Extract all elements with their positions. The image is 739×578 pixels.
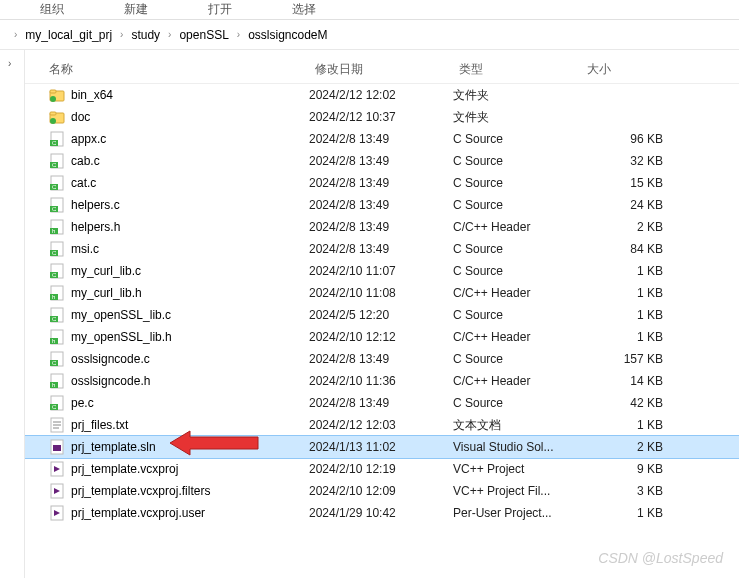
chevron-right-icon[interactable]: › bbox=[10, 29, 21, 40]
breadcrumb[interactable]: › my_local_git_prj › study › openSSL › o… bbox=[0, 20, 739, 50]
breadcrumb-seg[interactable]: openSSL bbox=[175, 25, 232, 45]
file-row[interactable]: hmy_openSSL_lib.h2024/2/10 12:12C/C++ He… bbox=[25, 326, 739, 348]
file-row[interactable]: Cosslsigncode.c2024/2/8 13:49C Source157… bbox=[25, 348, 739, 370]
file-type: C Source bbox=[453, 264, 581, 278]
file-name: helpers.h bbox=[71, 220, 120, 234]
file-name: prj_template.vcxproj.filters bbox=[71, 484, 210, 498]
column-headers[interactable]: 名称 修改日期 类型 大小 bbox=[25, 56, 739, 84]
header-name[interactable]: 名称 bbox=[49, 61, 315, 78]
file-size: 2 KB bbox=[581, 440, 671, 454]
file-date: 2024/2/12 12:03 bbox=[309, 418, 453, 432]
file-row[interactable]: Chelpers.c2024/2/8 13:49C Source24 KB bbox=[25, 194, 739, 216]
file-date: 2024/1/13 11:02 bbox=[309, 440, 453, 454]
file-date: 2024/2/8 13:49 bbox=[309, 198, 453, 212]
toolbar-new[interactable]: 新建 bbox=[124, 1, 148, 18]
sln-icon bbox=[49, 439, 65, 455]
file-size: 15 KB bbox=[581, 176, 671, 190]
toolbar: 组织 新建 打开 选择 bbox=[0, 0, 739, 20]
file-row[interactable]: hmy_curl_lib.h2024/2/10 11:08C/C++ Heade… bbox=[25, 282, 739, 304]
file-date: 2024/2/8 13:49 bbox=[309, 242, 453, 256]
svg-rect-4 bbox=[50, 112, 56, 115]
chevron-right-icon[interactable]: › bbox=[8, 58, 11, 69]
toolbar-org[interactable]: 组织 bbox=[40, 1, 64, 18]
svg-text:C: C bbox=[52, 206, 57, 212]
file-date: 2024/2/8 13:49 bbox=[309, 396, 453, 410]
file-name: my_openSSL_lib.c bbox=[71, 308, 171, 322]
file-type: Visual Studio Sol... bbox=[453, 440, 581, 454]
chevron-right-icon[interactable]: › bbox=[116, 29, 127, 40]
file-size: 14 KB bbox=[581, 374, 671, 388]
file-row[interactable]: Cmsi.c2024/2/8 13:49C Source84 KB bbox=[25, 238, 739, 260]
svg-text:h: h bbox=[52, 294, 55, 300]
file-type: VC++ Project bbox=[453, 462, 581, 476]
file-type: C Source bbox=[453, 308, 581, 322]
nav-tree-pane[interactable]: › bbox=[0, 50, 25, 578]
c-icon: C bbox=[49, 241, 65, 257]
file-date: 2024/2/10 12:12 bbox=[309, 330, 453, 344]
file-row[interactable]: prj_template.vcxproj2024/2/10 12:19VC++ … bbox=[25, 458, 739, 480]
file-date: 2024/2/10 11:07 bbox=[309, 264, 453, 278]
file-type: 文件夹 bbox=[453, 87, 581, 104]
file-size: 1 KB bbox=[581, 506, 671, 520]
c-icon: C bbox=[49, 395, 65, 411]
file-row[interactable]: Cpe.c2024/2/8 13:49C Source42 KB bbox=[25, 392, 739, 414]
breadcrumb-seg[interactable]: osslsigncodeM bbox=[244, 25, 331, 45]
svg-text:h: h bbox=[52, 338, 55, 344]
header-type[interactable]: 类型 bbox=[459, 61, 587, 78]
svg-text:C: C bbox=[52, 184, 57, 190]
file-size: 1 KB bbox=[581, 286, 671, 300]
file-row[interactable]: prj_template.vcxproj.filters2024/2/10 12… bbox=[25, 480, 739, 502]
toolbar-select[interactable]: 选择 bbox=[292, 1, 316, 18]
file-type: C/C++ Header bbox=[453, 330, 581, 344]
svg-text:C: C bbox=[52, 250, 57, 256]
file-type: C/C++ Header bbox=[453, 220, 581, 234]
file-size: 32 KB bbox=[581, 154, 671, 168]
file-name: appx.c bbox=[71, 132, 106, 146]
breadcrumb-seg[interactable] bbox=[2, 32, 10, 38]
file-name: pe.c bbox=[71, 396, 94, 410]
file-type: C Source bbox=[453, 154, 581, 168]
svg-point-5 bbox=[50, 118, 56, 124]
file-size: 9 KB bbox=[581, 462, 671, 476]
header-size[interactable]: 大小 bbox=[587, 61, 687, 78]
file-name: osslsigncode.c bbox=[71, 352, 150, 366]
chevron-right-icon[interactable]: › bbox=[233, 29, 244, 40]
file-row[interactable]: Ccab.c2024/2/8 13:49C Source32 KB bbox=[25, 150, 739, 172]
file-date: 2024/2/8 13:49 bbox=[309, 154, 453, 168]
breadcrumb-seg[interactable]: my_local_git_prj bbox=[21, 25, 116, 45]
c-icon: C bbox=[49, 197, 65, 213]
file-date: 2024/2/8 13:49 bbox=[309, 176, 453, 190]
svg-point-2 bbox=[50, 96, 56, 102]
file-list: 名称 修改日期 类型 大小 bin_x642024/2/12 12:02文件夹d… bbox=[25, 50, 739, 578]
file-row[interactable]: hhelpers.h2024/2/8 13:49C/C++ Header2 KB bbox=[25, 216, 739, 238]
h-icon: h bbox=[49, 373, 65, 389]
file-row[interactable]: bin_x642024/2/12 12:02文件夹 bbox=[25, 84, 739, 106]
file-name: my_curl_lib.h bbox=[71, 286, 142, 300]
file-row[interactable]: prj_template.vcxproj.user2024/1/29 10:42… bbox=[25, 502, 739, 524]
file-size: 1 KB bbox=[581, 330, 671, 344]
file-row[interactable]: hosslsigncode.h2024/2/10 11:36C/C++ Head… bbox=[25, 370, 739, 392]
svg-text:C: C bbox=[52, 404, 57, 410]
file-row[interactable]: doc2024/2/12 10:37文件夹 bbox=[25, 106, 739, 128]
file-size: 1 KB bbox=[581, 264, 671, 278]
file-type: C/C++ Header bbox=[453, 374, 581, 388]
header-date[interactable]: 修改日期 bbox=[315, 61, 459, 78]
file-name: doc bbox=[71, 110, 90, 124]
file-row[interactable]: Cappx.c2024/2/8 13:49C Source96 KB bbox=[25, 128, 739, 150]
file-size: 157 KB bbox=[581, 352, 671, 366]
txt-icon bbox=[49, 417, 65, 433]
file-row[interactable]: prj_files.txt2024/2/12 12:03文本文档1 KB bbox=[25, 414, 739, 436]
toolbar-open[interactable]: 打开 bbox=[208, 1, 232, 18]
svg-rect-1 bbox=[50, 90, 56, 93]
file-row[interactable]: Cmy_curl_lib.c2024/2/10 11:07C Source1 K… bbox=[25, 260, 739, 282]
file-name: helpers.c bbox=[71, 198, 120, 212]
svg-text:h: h bbox=[52, 228, 55, 234]
breadcrumb-seg[interactable]: study bbox=[127, 25, 164, 45]
chevron-right-icon[interactable]: › bbox=[164, 29, 175, 40]
file-type: C Source bbox=[453, 396, 581, 410]
c-icon: C bbox=[49, 307, 65, 323]
file-row[interactable]: Cmy_openSSL_lib.c2024/2/5 12:20C Source1… bbox=[25, 304, 739, 326]
file-row[interactable]: prj_template.sln2024/1/13 11:02Visual St… bbox=[25, 436, 739, 458]
file-size: 42 KB bbox=[581, 396, 671, 410]
file-row[interactable]: Ccat.c2024/2/8 13:49C Source15 KB bbox=[25, 172, 739, 194]
